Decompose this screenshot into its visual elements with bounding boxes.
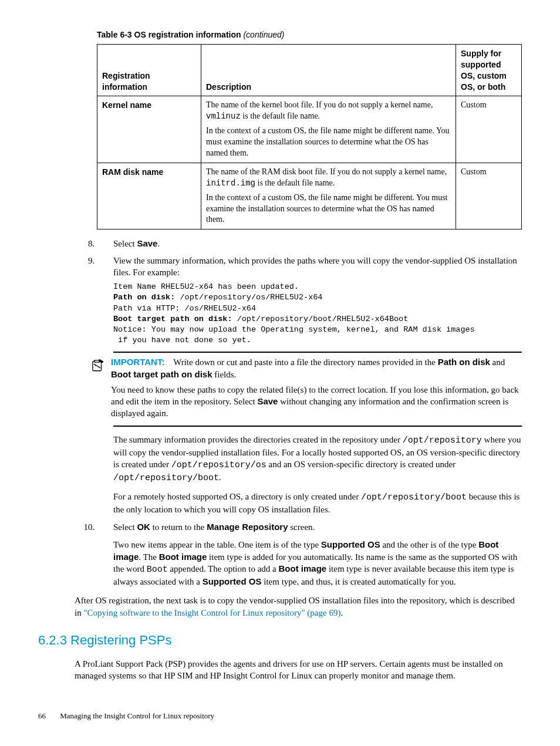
copying-link[interactable]: "Copying software to the Insight Control… <box>83 608 340 617</box>
row-desc: The name of the kernel boot file. If you… <box>201 96 456 163</box>
page-footer: 66 Managing the Insight Control for Linu… <box>38 711 522 721</box>
row-supply: Custom <box>456 96 522 163</box>
important-label: IMPORTANT: <box>111 357 164 367</box>
registration-table: Registration information Description Sup… <box>97 44 522 229</box>
th-supply: Supply for supported OS, custom OS, or b… <box>456 44 522 96</box>
row-supply: Custom <box>456 163 522 229</box>
table-caption: Table 6-3 OS registration information (c… <box>97 29 522 40</box>
step-10: Select OK to return to the Manage Reposi… <box>97 521 522 588</box>
step-8: Select Save. <box>97 238 522 249</box>
step10-para: Two new items appear in the table. One i… <box>113 539 522 588</box>
table-caption-suffix: (continued) <box>243 30 284 39</box>
row-label: Kernel name <box>97 96 201 163</box>
table-row: RAM disk name The name of the RAM disk b… <box>97 163 522 229</box>
step9-para2: For a remotely hosted supported OS, a di… <box>113 491 522 516</box>
code-block: Item Name RHEL5U2-x64 has been updated. … <box>113 282 522 346</box>
section-heading: 6.2.3 Registering PSPs <box>38 632 522 649</box>
table-caption-prefix: Table 6-3 OS registration information <box>97 30 241 39</box>
table-row: Kernel name The name of the kernel boot … <box>97 96 522 163</box>
important-note: IMPORTANT: Write down or cut and paste i… <box>113 352 522 426</box>
after-paragraph: After OS registration, the next task is … <box>75 595 522 619</box>
step-list: Select Save. View the summary informatio… <box>38 238 522 588</box>
important-icon <box>90 357 111 376</box>
th-description: Description <box>201 44 456 96</box>
step-9: View the summary information, which prov… <box>97 255 522 516</box>
step9-para1: The summary information provides the dir… <box>113 434 522 485</box>
row-label: RAM disk name <box>97 163 201 229</box>
row-desc: The name of the RAM disk boot file. If y… <box>201 163 456 229</box>
footer-title: Managing the Insight Control for Linux r… <box>60 711 214 720</box>
section-body: A ProLiant Support Pack (PSP) provides t… <box>75 658 522 682</box>
page-number: 66 <box>38 711 58 721</box>
th-reg-info: Registration information <box>97 44 201 96</box>
